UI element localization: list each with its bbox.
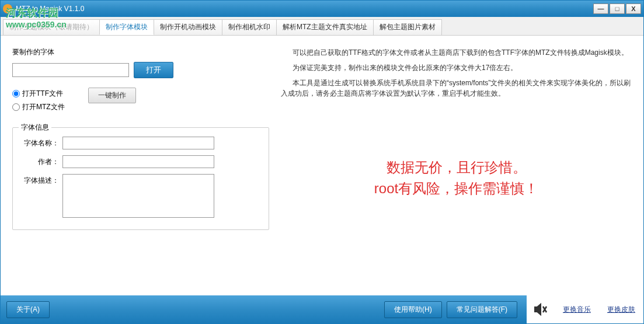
font-name-label: 字体名称： bbox=[19, 137, 62, 148]
description-p1: 可以把自己获取的TTF格式的字体文件或者从主题商店下载到的包含TTF字体的MTZ… bbox=[281, 47, 632, 58]
font-desc-row: 字体描述： bbox=[19, 174, 263, 218]
warning-line1: 数据无价，且行珍惜。 bbox=[281, 157, 632, 178]
radio-ttf[interactable]: 打开TTF文件 bbox=[12, 89, 65, 99]
tab-font-module[interactable]: 制作字体模块 bbox=[99, 19, 154, 35]
radio-mtz[interactable]: 打开MTZ文件 bbox=[12, 102, 65, 112]
change-music-link[interactable]: 更换音乐 bbox=[561, 304, 593, 316]
make-button[interactable]: 一键制作 bbox=[88, 88, 136, 103]
font-desc-label: 字体描述： bbox=[19, 174, 62, 186]
radio-ttf-input[interactable] bbox=[12, 90, 20, 97]
file-section-label: 要制作的字体 bbox=[12, 47, 269, 57]
window-title: MTZ to Magisk V1.1.0 bbox=[16, 5, 593, 13]
font-info-group: 字体信息 字体名称： 作者： 字体描述： bbox=[12, 127, 269, 230]
warning-line2: root有风险，操作需谨慎！ bbox=[281, 178, 632, 199]
content-area: 要制作的字体 打开 打开TTF文件 打开MTZ文件 bbox=[1, 36, 643, 295]
about-button[interactable]: 关于(A) bbox=[6, 301, 50, 318]
help-button[interactable]: 使用帮助(H) bbox=[384, 301, 442, 318]
maximize-button[interactable]: □ bbox=[610, 4, 625, 14]
titlebar[interactable]: MTZ to Magisk V1.1.0 — □ X bbox=[1, 1, 643, 17]
file-open-row: 打开 bbox=[12, 62, 269, 78]
tab-theme-module[interactable]: 制作主题模块（敬请期待） bbox=[3, 19, 100, 35]
tab-parse-mtz[interactable]: 解析MTZ主题文件真实地址 bbox=[276, 19, 374, 35]
minimize-button[interactable]: — bbox=[593, 4, 608, 14]
faq-button[interactable]: 常见问题解答(F) bbox=[447, 301, 517, 318]
tab-unpack-images[interactable]: 解包主题图片素材 bbox=[373, 19, 442, 35]
tab-boot-animation[interactable]: 制作开机动画模块 bbox=[154, 19, 222, 35]
close-button[interactable]: X bbox=[626, 4, 641, 14]
application-window: MTZ to Magisk V1.1.0 — □ X 河东软件园 www.pc0… bbox=[0, 0, 644, 324]
font-author-input[interactable] bbox=[62, 155, 214, 168]
right-panel: 可以把自己获取的TTF格式的字体文件或者从主题商店下载到的包含TTF字体的MTZ… bbox=[269, 47, 632, 284]
warning-text: 数据无价，且行珍惜。 root有风险，操作需谨慎！ bbox=[281, 157, 632, 199]
app-icon bbox=[3, 4, 12, 13]
window-controls: — □ X bbox=[593, 4, 641, 14]
change-skin-link[interactable]: 更换皮肤 bbox=[605, 304, 638, 316]
font-author-row: 作者： bbox=[19, 155, 263, 168]
tab-camera-watermark[interactable]: 制作相机水印 bbox=[222, 19, 277, 35]
font-author-label: 作者： bbox=[19, 155, 62, 167]
radio-ttf-label: 打开TTF文件 bbox=[22, 89, 63, 99]
font-name-row: 字体名称： bbox=[19, 137, 263, 149]
radio-mtz-label: 打开MTZ文件 bbox=[22, 102, 65, 112]
footer-bar: 关于(A) 使用帮助(H) 常见问题解答(F) 更换音乐 更换皮肤 bbox=[1, 295, 643, 323]
file-path-input[interactable] bbox=[12, 63, 129, 77]
footer-right-section: 更换音乐 更换皮肤 bbox=[527, 295, 643, 323]
open-button[interactable]: 打开 bbox=[134, 62, 173, 78]
file-section: 要制作的字体 打开 打开TTF文件 打开MTZ文件 bbox=[12, 47, 269, 116]
left-panel: 要制作的字体 打开 打开TTF文件 打开MTZ文件 bbox=[12, 47, 269, 284]
description-p2: 为保证完美支持，制作出来的模块文件会比原来的字体文件大17倍左右。 bbox=[281, 62, 632, 73]
radio-mtz-input[interactable] bbox=[12, 103, 20, 111]
font-desc-textarea[interactable] bbox=[62, 174, 214, 218]
description-p3: 本工具是通过生成可以替换系统手机系统目录下的“system/fonts”文件夹的… bbox=[281, 78, 632, 99]
tab-bar: 制作主题模块（敬请期待） 制作字体模块 制作开机动画模块 制作相机水印 解析MT… bbox=[1, 17, 643, 36]
font-name-input[interactable] bbox=[62, 137, 214, 149]
file-type-radio-group: 打开TTF文件 打开MTZ文件 bbox=[12, 89, 65, 116]
font-info-title: 字体信息 bbox=[19, 123, 51, 133]
mute-icon[interactable] bbox=[532, 301, 549, 318]
